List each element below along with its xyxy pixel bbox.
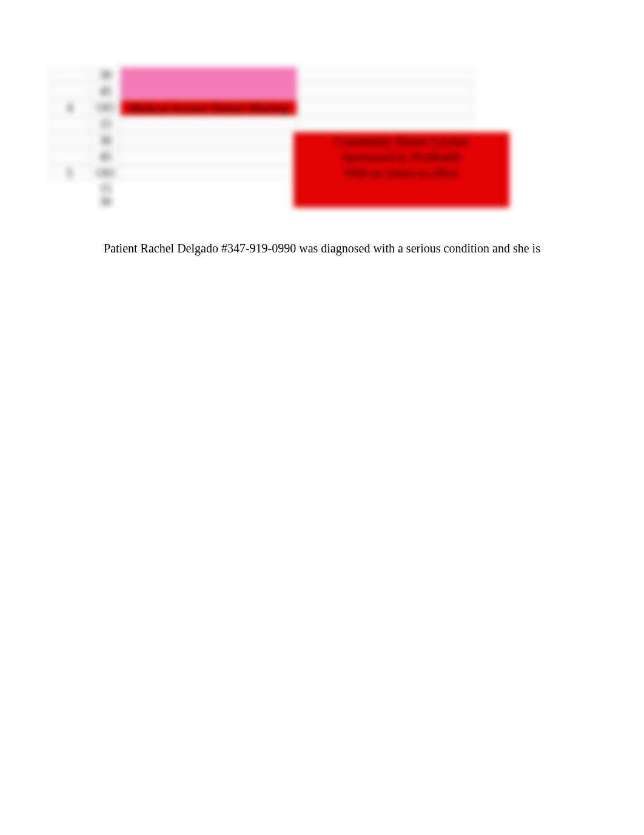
event-cell-right: [297, 83, 474, 100]
hour-cell: [49, 132, 91, 149]
event-line-3: With no return to office: [293, 165, 509, 181]
event-line-1: Community Dinner Lecture: [293, 134, 509, 149]
hour-cell: [49, 116, 91, 132]
hour-cell: 5: [49, 165, 91, 181]
minute-label: OO: [92, 166, 119, 180]
event-cell-left: [120, 116, 297, 132]
patient-note-text: Patient Rachel Delgado #347-919-0990 was…: [104, 242, 540, 255]
hour-cell: [49, 195, 91, 208]
event-cell-left: [120, 165, 297, 181]
minute-label: 15: [91, 181, 120, 195]
event-cell-right: [297, 100, 474, 116]
minute-cell: OO: [91, 100, 120, 116]
minute-cell: 15: [91, 181, 120, 195]
hour-label: 5: [49, 166, 90, 180]
event-line-2: Sponsored by ProHealth: [293, 149, 509, 165]
event-cell-left: [120, 181, 297, 195]
minute-label: 15: [92, 117, 119, 131]
minute-label: 30: [92, 134, 119, 147]
hour-cell: [49, 67, 91, 83]
minute-label: 30: [91, 195, 120, 209]
event-community-lecture: Community Dinner Lecture Sponsored by Pr…: [293, 132, 509, 208]
hour-cell: [49, 181, 91, 195]
minute-label: 45: [92, 150, 119, 164]
hour-label: 4: [49, 101, 90, 115]
event-medical-society: Medical Society Dinner Meeting: [121, 100, 297, 115]
event-cell-left: [120, 149, 297, 165]
minute-cell: 45: [91, 83, 120, 100]
event-cell-right: [297, 116, 474, 132]
minute-label: OO: [92, 101, 119, 115]
event-cell-right: [297, 67, 474, 83]
event-label: Medical Society Dinner Meeting: [121, 100, 297, 116]
hour-cell: [49, 149, 91, 165]
hour-cell: [49, 83, 91, 100]
minute-label: 30: [92, 68, 119, 82]
minute-cell: 15: [91, 116, 120, 132]
table-row: 15: [49, 116, 508, 132]
schedule-table: 30 45 4 OO 15: [49, 67, 508, 208]
event-cell-left: [120, 195, 297, 208]
event-pink-block: [121, 67, 297, 99]
minute-cell: 30: [91, 195, 120, 208]
patient-note-paragraph: Patient Rachel Delgado #347-919-0990 was…: [0, 242, 644, 255]
minute-label: 45: [92, 84, 119, 98]
minute-cell: 30: [91, 67, 120, 83]
hour-cell: 4: [49, 100, 91, 116]
minute-cell: OO: [91, 165, 120, 181]
minute-cell: 45: [91, 149, 120, 165]
minute-cell: 30: [91, 132, 120, 149]
event-cell-left: [120, 132, 297, 149]
